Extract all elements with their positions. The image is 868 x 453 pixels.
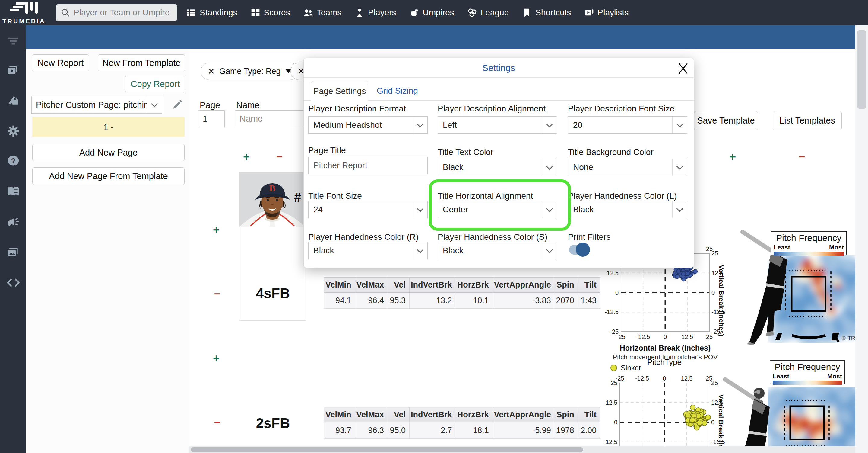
field-label: Title Background Color <box>568 147 654 157</box>
player-description-alignment-select[interactable]: Left <box>438 116 557 134</box>
chevron-down-icon <box>147 96 162 113</box>
trumedia-logo-icon <box>10 2 43 18</box>
remove-column-button[interactable]: – <box>276 150 283 162</box>
tab-grid-sizing[interactable]: Grid Sizing <box>377 81 418 101</box>
add-column-right-button[interactable]: + <box>729 151 736 163</box>
nav-label: Scores <box>264 8 290 18</box>
nav-item-players[interactable]: Players <box>355 8 396 18</box>
remove-row-button[interactable]: – <box>214 287 220 299</box>
stat-header: VelMin <box>324 278 355 293</box>
nav-item-umpires[interactable]: Umpires <box>409 8 454 18</box>
add-new-page-from-template-button[interactable]: Add New Page From Template <box>32 167 185 185</box>
embed-code-icon[interactable] <box>7 276 20 289</box>
stat-header: VertApprAngle <box>493 407 555 423</box>
copy-report-button[interactable]: Copy Report <box>125 76 185 92</box>
new-report-button[interactable]: New Report <box>32 54 89 71</box>
axis-tick-label: -12.5 <box>605 309 619 316</box>
title-background-color-select[interactable]: None <box>568 159 687 176</box>
title-font-size-select[interactable]: 24 <box>308 201 428 218</box>
chevron-down-icon <box>672 117 687 134</box>
stat-cell: 2.7 <box>409 422 456 438</box>
horizontal-scrollbar-thumb[interactable] <box>191 447 583 452</box>
nav-item-teams[interactable]: Teams <box>303 8 341 18</box>
axis-tick-label: 0 <box>614 419 617 426</box>
announcements-icon[interactable] <box>7 216 20 229</box>
player-handedness-color-s-select[interactable]: Black <box>438 242 557 259</box>
print-filters-toggle[interactable] <box>569 245 587 255</box>
remove-column-right-button[interactable]: – <box>799 150 805 162</box>
media-images-icon[interactable] <box>7 246 20 259</box>
select-value: Center <box>438 205 542 215</box>
field-label: Player Handedness Color (L) <box>568 191 677 201</box>
wedge-icon <box>832 334 840 342</box>
glossary-book-icon[interactable] <box>7 185 20 198</box>
videos-icon[interactable] <box>7 63 20 77</box>
tags-icon[interactable] <box>7 94 20 108</box>
stat-header: Spin <box>555 278 578 293</box>
stat-header: VelMax <box>355 278 388 293</box>
page-header-bar <box>26 25 855 49</box>
left-icon-sidebar: ? <box>0 25 26 453</box>
add-column-button[interactable]: + <box>243 151 250 163</box>
pitch-frequency-heatmap-2sfb <box>768 387 868 453</box>
remove-row-button[interactable]: – <box>214 416 220 428</box>
pitch-frequency-legend-2sfb: Pitch Frequency LeastMost <box>770 360 845 384</box>
page-list-item-1[interactable]: 1 - <box>32 117 185 137</box>
player-description-format-select[interactable]: Medium Headshot <box>308 116 428 134</box>
horizontal-scrollbar[interactable] <box>189 446 855 453</box>
nav-item-shortcuts[interactable]: Shortcuts <box>522 8 571 18</box>
player-handedness-color-r-select[interactable]: Black <box>308 242 428 259</box>
save-template-button[interactable]: Save Template <box>694 111 758 130</box>
stat-cell: 94.1 <box>324 292 355 309</box>
remove-filter-icon[interactable]: × <box>208 66 214 77</box>
add-row-button[interactable]: + <box>213 353 220 364</box>
nav-item-scores[interactable]: Scores <box>251 8 290 18</box>
help-icon[interactable]: ? <box>7 154 20 167</box>
chevron-down-icon <box>672 159 687 176</box>
legend-min-label: Least <box>774 244 790 251</box>
title-horizontal-alignment-select[interactable]: Center <box>438 201 557 218</box>
field-label: Player Description Font Size <box>568 104 674 114</box>
settings-gear-icon[interactable] <box>7 124 20 138</box>
new-from-template-button[interactable]: New From Template <box>98 54 185 71</box>
settings-modal: Settings Page Settings Grid Sizing Playe… <box>303 58 694 268</box>
add-row-button[interactable]: + <box>213 224 220 235</box>
heatmap-svg <box>768 387 868 453</box>
trumedia-logo[interactable]: TRUMEDIA <box>2 1 53 25</box>
player-handedness-color-l-select[interactable]: Black <box>568 201 687 218</box>
tab-page-settings[interactable]: Page Settings <box>311 81 368 101</box>
stat-header: Spin <box>555 407 578 423</box>
list-templates-button[interactable]: List Templates <box>773 111 842 130</box>
add-new-page-button[interactable]: Add New Page <box>32 144 185 161</box>
page-title-input[interactable]: Pitcher Report <box>308 157 428 174</box>
title-text-color-select[interactable]: Black <box>438 159 557 176</box>
filter-icon[interactable] <box>7 34 20 47</box>
legend-swatch <box>611 365 617 371</box>
top-navbar: TRUMEDIA Player or Team or Umpire Standi… <box>0 0 868 25</box>
nav-item-playlists[interactable]: Playlists <box>585 8 629 18</box>
stat-header: Tilt <box>578 407 600 423</box>
stat-header: Vel <box>388 278 409 293</box>
vertical-scrollbar-thumb[interactable] <box>857 30 866 109</box>
search-input[interactable]: Player or Team or Umpire <box>56 4 177 22</box>
filter-chip-game-type[interactable]: × Game Type: Reg <box>200 62 299 80</box>
nav-item-standings[interactable]: Standings <box>186 8 237 18</box>
vertical-scrollbar[interactable] <box>855 25 868 453</box>
field-label: Player Handedness Color (R) <box>308 232 418 242</box>
page-template-select[interactable]: Pitcher Custom Page: pitching -... <box>31 96 162 114</box>
pitch-movement-chart-2sfb: -25-25-25-12.5-12.5-12.500012.512.512.52… <box>608 355 720 453</box>
stat-cell: 1978 <box>555 422 578 438</box>
scores-icon <box>251 8 260 18</box>
stat-header: VelMin <box>324 407 355 423</box>
page-number-input[interactable]: 1 <box>198 110 225 128</box>
stat-cell: 1:43 <box>578 292 600 309</box>
stat-header: HorzBrk <box>456 407 493 423</box>
player-description-font-size-select[interactable]: 20 <box>568 116 687 134</box>
axis-tick-label: 25 <box>711 250 718 257</box>
axis-tick-label: 25 <box>706 333 713 340</box>
close-icon[interactable] <box>677 62 690 75</box>
nav-item-league[interactable]: League <box>467 8 509 18</box>
axis-tick-label: 0 <box>662 375 666 382</box>
edit-pencil-icon[interactable] <box>171 99 183 111</box>
axis-tick-label: 12.5 <box>681 375 693 382</box>
